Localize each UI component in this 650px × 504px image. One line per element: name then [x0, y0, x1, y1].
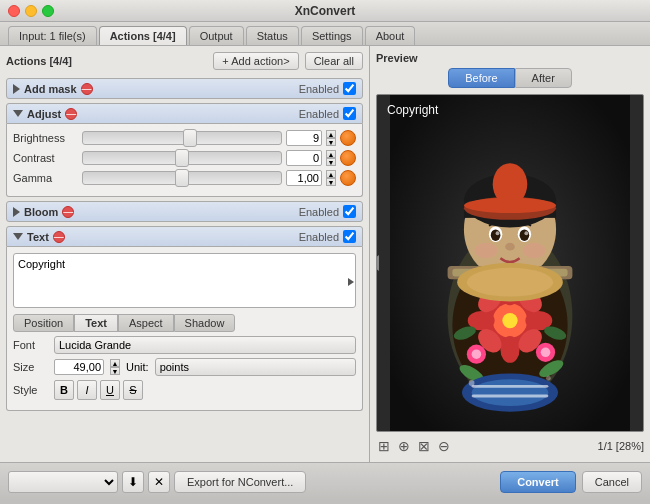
- collapse-text-icon[interactable]: [13, 233, 23, 240]
- brightness-down[interactable]: ▼: [326, 138, 336, 146]
- adjust-checkbox[interactable]: [343, 107, 356, 120]
- bottom-bar: ⬇ ✕ Export for NConvert... Convert Cance…: [0, 462, 650, 500]
- size-label: Size: [13, 361, 48, 373]
- main-content: Actions [4/4] + Add action> Clear all Ad…: [0, 46, 650, 462]
- expand-bloom-icon[interactable]: [13, 207, 20, 217]
- contrast-reset-button[interactable]: [340, 150, 356, 166]
- copyright-textarea[interactable]: Copyright: [13, 253, 356, 308]
- contrast-input[interactable]: [286, 150, 322, 166]
- bloom-checkbox[interactable]: [343, 205, 356, 218]
- contrast-slider[interactable]: [82, 151, 282, 165]
- add-action-button[interactable]: + Add action>: [213, 52, 298, 70]
- collapse-adjust-icon[interactable]: [13, 110, 23, 117]
- close-button[interactable]: [8, 5, 20, 17]
- text-sub-tab-bar: Position Text Aspect Shadow: [13, 314, 356, 332]
- cancel-button[interactable]: Cancel: [582, 471, 642, 493]
- sub-tab-aspect[interactable]: Aspect: [118, 314, 174, 332]
- underline-button[interactable]: U: [100, 380, 120, 400]
- left-panel: Actions [4/4] + Add action> Clear all Ad…: [0, 46, 370, 462]
- brightness-row: Brightness ▲ ▼: [13, 130, 356, 146]
- bottom-icon-btn-2[interactable]: ✕: [148, 471, 170, 493]
- svg-point-41: [493, 163, 528, 205]
- preview-scroll-left-icon[interactable]: [376, 255, 379, 271]
- brightness-up[interactable]: ▲: [326, 130, 336, 138]
- style-row: Style B I U S: [13, 380, 356, 400]
- tab-settings[interactable]: Settings: [301, 26, 363, 45]
- tab-about[interactable]: About: [365, 26, 416, 45]
- brightness-reset-button[interactable]: [340, 130, 356, 146]
- maximize-button[interactable]: [42, 5, 54, 17]
- style-buttons: B I U S: [54, 380, 143, 400]
- remove-bloom-button[interactable]: —: [62, 206, 74, 218]
- remove-text-button[interactable]: —: [53, 231, 65, 243]
- brightness-spinners: ▲ ▼: [326, 130, 336, 146]
- contrast-row: Contrast ▲ ▼: [13, 150, 356, 166]
- text-checkbox[interactable]: [343, 230, 356, 243]
- bottom-select[interactable]: [8, 471, 118, 493]
- svg-point-32: [491, 229, 501, 241]
- text-action: Text — Enabled Copyright Position Text A…: [6, 226, 363, 411]
- expand-add-mask-icon[interactable]: [13, 84, 20, 94]
- zoom-actual-button[interactable]: ⊠: [416, 436, 432, 456]
- gamma-up[interactable]: ▲: [326, 170, 336, 178]
- contrast-label: Contrast: [13, 152, 78, 164]
- export-button[interactable]: Export for NConvert...: [174, 471, 306, 493]
- sub-tab-shadow[interactable]: Shadow: [174, 314, 236, 332]
- bottom-left: ⬇ ✕ Export for NConvert...: [8, 471, 306, 493]
- gamma-input[interactable]: [286, 170, 322, 186]
- contrast-spinners: ▲ ▼: [326, 150, 336, 166]
- text-body: Copyright Position Text Aspect Shadow Fo…: [6, 247, 363, 411]
- remove-adjust-button[interactable]: —: [65, 108, 77, 120]
- gamma-down[interactable]: ▼: [326, 178, 336, 186]
- page-info: 1/1 [28%]: [598, 440, 644, 452]
- brightness-slider[interactable]: [82, 131, 282, 145]
- convert-button[interactable]: Convert: [500, 471, 576, 493]
- before-button[interactable]: Before: [448, 68, 514, 88]
- contrast-down[interactable]: ▼: [326, 158, 336, 166]
- bold-button[interactable]: B: [54, 380, 74, 400]
- italic-button[interactable]: I: [77, 380, 97, 400]
- gamma-slider[interactable]: [82, 171, 282, 185]
- size-input[interactable]: [54, 359, 104, 375]
- gamma-reset-button[interactable]: [340, 170, 356, 186]
- svg-point-38: [522, 243, 545, 258]
- minimize-button[interactable]: [25, 5, 37, 17]
- zoom-fit-button[interactable]: ⊞: [376, 436, 392, 456]
- remove-add-mask-button[interactable]: —: [81, 83, 93, 95]
- brightness-input[interactable]: [286, 130, 322, 146]
- contrast-up[interactable]: ▲: [326, 150, 336, 158]
- gamma-label: Gamma: [13, 172, 78, 184]
- size-up[interactable]: ▲: [110, 359, 120, 367]
- tab-output[interactable]: Output: [189, 26, 244, 45]
- zoom-out-button[interactable]: ⊖: [436, 436, 452, 456]
- preview-label: Preview: [376, 52, 418, 64]
- font-select[interactable]: Lucida Grande Arial Helvetica Times New …: [54, 336, 356, 354]
- add-mask-checkbox[interactable]: [343, 82, 356, 95]
- preview-image: [377, 95, 643, 431]
- size-down[interactable]: ▼: [110, 367, 120, 375]
- bottom-icon-btn-1[interactable]: ⬇: [122, 471, 144, 493]
- size-row: Size ▲ ▼ Unit: points pixels percent: [13, 358, 356, 376]
- bloom-label: Bloom: [24, 206, 58, 218]
- sub-tab-position[interactable]: Position: [13, 314, 74, 332]
- after-button[interactable]: After: [515, 68, 572, 88]
- svg-point-18: [541, 347, 551, 357]
- svg-rect-25: [472, 385, 549, 388]
- svg-point-35: [524, 231, 528, 235]
- unit-label: Unit:: [126, 361, 149, 373]
- adjust-row: Adjust — Enabled: [6, 103, 363, 124]
- traffic-lights: [8, 5, 54, 17]
- clear-all-button[interactable]: Clear all: [305, 52, 363, 70]
- tab-actions[interactable]: Actions [4/4]: [99, 26, 187, 45]
- text-area-container: Copyright: [13, 253, 356, 310]
- bloom-enabled-label: Enabled: [299, 206, 339, 218]
- zoom-in-button[interactable]: ⊕: [396, 436, 412, 456]
- strikethrough-button[interactable]: S: [123, 380, 143, 400]
- actions-title: Actions [4/4]: [6, 55, 72, 67]
- tab-input[interactable]: Input: 1 file(s): [8, 26, 97, 45]
- sub-tab-text[interactable]: Text: [74, 314, 118, 332]
- svg-point-8: [500, 336, 519, 363]
- tab-status[interactable]: Status: [246, 26, 299, 45]
- unit-select[interactable]: points pixels percent: [155, 358, 356, 376]
- add-mask-label: Add mask: [24, 83, 77, 95]
